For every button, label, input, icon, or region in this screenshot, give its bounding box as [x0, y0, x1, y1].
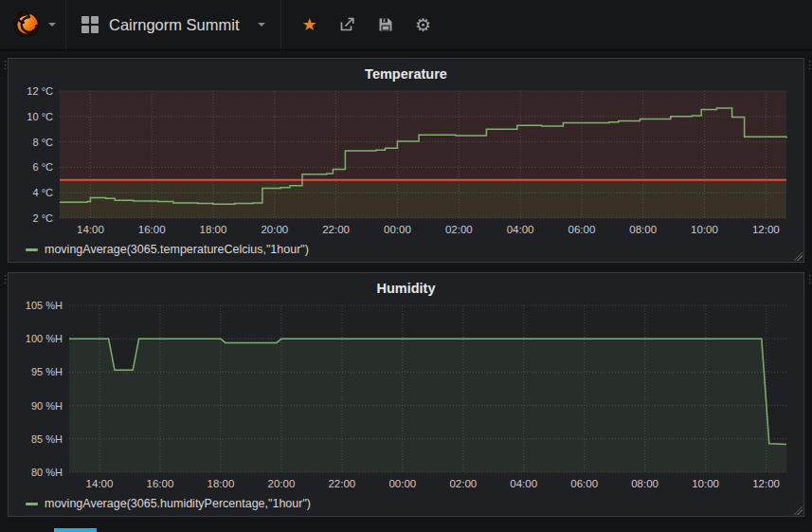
temperature-panel: Temperature 2 °C4 °C6 °C8 °C10 °C12 °C14… [8, 58, 804, 263]
settings-gear-icon[interactable]: ⚙ [414, 14, 433, 35]
svg-text:22:00: 22:00 [328, 478, 355, 489]
navbar-actions: ★ ⚙ [281, 0, 452, 49]
panel-row-temperature: Temperature 2 °C4 °C6 °C8 °C10 °C12 °C14… [8, 58, 804, 263]
svg-text:06:00: 06:00 [568, 224, 596, 235]
dashboard-canvas: Temperature 2 °C4 °C6 °C8 °C10 °C12 °C14… [0, 50, 812, 517]
legend-line-icon[interactable] [26, 503, 38, 505]
svg-text:2 °C: 2 °C [32, 212, 53, 224]
grafana-logo-button[interactable] [0, 0, 66, 49]
svg-text:10:00: 10:00 [692, 478, 719, 489]
legend-label-temperature[interactable]: movingAverage(3065.temperatureCelcius,"1… [45, 243, 309, 256]
panel-title-humidity[interactable]: Humidity [16, 277, 796, 300]
svg-text:12:00: 12:00 [752, 224, 780, 235]
dashboard-dropdown-caret-icon [258, 23, 265, 27]
svg-text:00:00: 00:00 [384, 224, 411, 235]
svg-text:14:00: 14:00 [77, 224, 104, 235]
row-options-handle-icon[interactable] [804, 60, 812, 70]
panel-title-temperature[interactable]: Temperature [16, 63, 796, 85]
dashboard-title: Cairngorm Summit [109, 16, 240, 34]
legend-label-humidity[interactable]: movingAverage(3065.humidityPercentage,"1… [45, 497, 311, 510]
horizontal-scrollbar-thumb[interactable] [54, 528, 97, 532]
svg-text:16:00: 16:00 [147, 478, 174, 489]
legend-line-icon[interactable] [26, 248, 38, 251]
svg-text:10:00: 10:00 [691, 224, 718, 235]
svg-text:95 %H: 95 %H [31, 366, 63, 377]
svg-text:12:00: 12:00 [752, 478, 780, 489]
svg-text:80 %H: 80 %H [31, 467, 63, 478]
dashboard-grid-icon [81, 16, 99, 33]
svg-text:105 %H: 105 %H [26, 300, 63, 311]
dashboard-picker[interactable]: Cairngorm Summit [66, 0, 281, 49]
svg-text:02:00: 02:00 [445, 224, 473, 235]
svg-text:12 °C: 12 °C [27, 85, 53, 97]
svg-text:04:00: 04:00 [507, 224, 534, 235]
panel-row-humidity: Humidity 80 %H85 %H90 %H95 %H100 %H105 %… [8, 272, 804, 517]
svg-text:8 °C: 8 °C [32, 137, 53, 148]
svg-text:18:00: 18:00 [208, 478, 235, 489]
share-icon[interactable] [338, 14, 357, 35]
svg-text:08:00: 08:00 [631, 478, 659, 489]
humidity-panel: Humidity 80 %H85 %H90 %H95 %H100 %H105 %… [8, 272, 804, 517]
star-icon[interactable]: ★ [300, 14, 319, 35]
logo-dropdown-caret-icon [48, 23, 56, 27]
panel-resize-handle[interactable] [794, 506, 803, 515]
svg-text:90 %H: 90 %H [31, 400, 63, 412]
svg-text:22:00: 22:00 [322, 224, 350, 235]
svg-text:00:00: 00:00 [388, 478, 416, 489]
top-navbar: Cairngorm Summit ★ ⚙ [0, 0, 812, 50]
humidity-legend: movingAverage(3065.humidityPercentage,"1… [16, 493, 796, 514]
panel-resize-handle[interactable] [794, 252, 803, 261]
svg-text:16:00: 16:00 [138, 224, 166, 235]
svg-text:14:00: 14:00 [86, 478, 114, 489]
svg-text:08:00: 08:00 [629, 224, 657, 235]
svg-text:02:00: 02:00 [449, 478, 477, 489]
svg-text:10 °C: 10 °C [27, 111, 53, 122]
svg-text:06:00: 06:00 [570, 478, 598, 489]
save-icon[interactable] [376, 14, 395, 35]
svg-text:20:00: 20:00 [261, 224, 288, 235]
row-options-handle-icon[interactable] [804, 274, 812, 284]
humidity-chart[interactable]: 80 %H85 %H90 %H95 %H100 %H105 %H14:0016:… [16, 300, 796, 493]
svg-text:18:00: 18:00 [200, 224, 227, 235]
svg-text:4 °C: 4 °C [32, 187, 53, 198]
grafana-logo-icon [12, 10, 41, 39]
row-drag-handle-icon[interactable] [0, 60, 8, 70]
temperature-legend: movingAverage(3065.temperatureCelcius,"1… [16, 239, 796, 260]
row-drag-handle-icon[interactable] [0, 274, 8, 284]
svg-text:100 %H: 100 %H [26, 333, 63, 344]
svg-text:04:00: 04:00 [510, 478, 537, 489]
temperature-chart[interactable]: 2 °C4 °C6 °C8 °C10 °C12 °C14:0016:0018:0… [16, 85, 796, 239]
svg-text:20:00: 20:00 [268, 478, 296, 489]
svg-text:6 °C: 6 °C [32, 161, 53, 173]
svg-text:85 %H: 85 %H [31, 433, 63, 445]
